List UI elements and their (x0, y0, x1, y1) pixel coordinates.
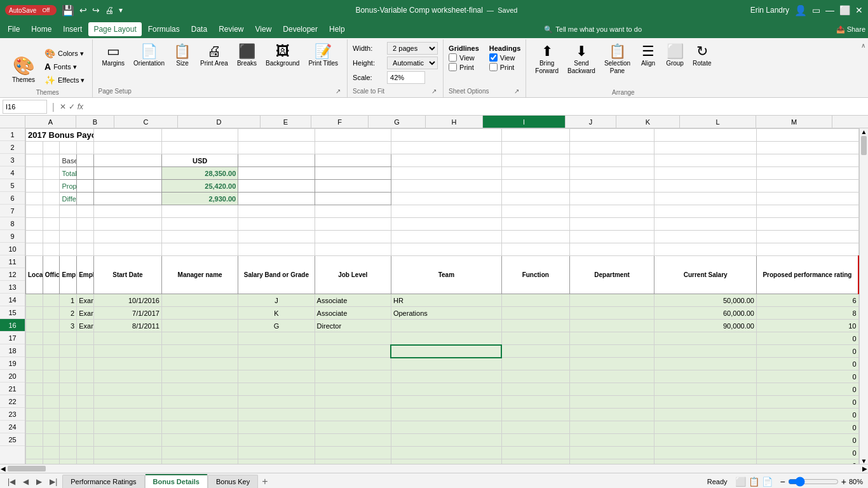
col-header-d[interactable]: D (178, 116, 261, 128)
menu-formulas[interactable]: Formulas (143, 22, 185, 36)
send-backward-button[interactable]: ⬇ SendBackward (564, 42, 599, 78)
col-header-rating[interactable]: Proposed performance rating (756, 256, 858, 294)
start-date-3[interactable]: 8/1/2011 (93, 320, 161, 332)
row-num-19[interactable]: 19 (0, 357, 25, 370)
col-header-b[interactable]: B (76, 116, 114, 128)
sheet-nav-first[interactable]: |◀ (5, 476, 18, 487)
zoom-out-button[interactable]: − (780, 477, 785, 487)
share-button[interactable]: 📤 Share (836, 25, 865, 34)
effects-button[interactable]: ✨ Effects ▾ (42, 74, 87, 86)
vertical-scrollbar[interactable]: ▲ ▼ (859, 128, 868, 464)
col-header-department[interactable]: Department (569, 256, 654, 294)
cancel-formula-icon[interactable]: ✕ (60, 102, 66, 111)
close-icon[interactable]: ✕ (855, 5, 863, 15)
sheet-nav-last[interactable]: ▶| (47, 476, 60, 487)
total-bonus-value[interactable]: 28,350.00 (161, 167, 238, 180)
account-icon[interactable]: 👤 (794, 4, 807, 17)
size-button[interactable]: 📋 Size (170, 42, 195, 70)
row-num-17[interactable]: 17 (0, 332, 25, 344)
row-num-14[interactable]: 14 (0, 294, 25, 306)
scroll-thumb-v[interactable] (861, 136, 867, 155)
proposed-bonus-label[interactable]: Proposed Bonus (60, 180, 77, 193)
headings-print-check[interactable] (489, 63, 498, 71)
proposed-bonus-value[interactable]: 25,420.00 (161, 180, 238, 193)
quick-print-icon[interactable]: 🖨 (105, 5, 114, 15)
salary-2[interactable]: 60,000.00 (654, 307, 756, 320)
grade-1[interactable]: J (238, 294, 315, 307)
emp-name-2[interactable]: Example #2 (77, 307, 94, 320)
scale-expand[interactable]: ↗ (430, 86, 438, 96)
team-1[interactable]: HR (391, 294, 501, 307)
total-bonus-label[interactable]: Total Bonus Pool (60, 167, 77, 180)
row-num-1[interactable]: 1 (0, 128, 25, 141)
selected-cell-i16[interactable] (391, 345, 501, 358)
ribbon-collapse-btn[interactable]: ∧ (861, 42, 865, 49)
emp-id-1[interactable]: 1 (60, 294, 77, 307)
add-sheet-button[interactable]: + (258, 476, 271, 487)
formula-input[interactable] (86, 100, 865, 114)
row-num-23[interactable]: 23 (0, 408, 25, 421)
row-num-18[interactable]: 18 (0, 344, 25, 357)
gridlines-print-check[interactable] (449, 63, 457, 71)
job-level-1[interactable]: Associate (315, 294, 391, 307)
row-num-22[interactable]: 22 (0, 395, 25, 408)
row-num-16[interactable]: 16 (0, 319, 25, 332)
row-num-12[interactable]: 12 (0, 268, 25, 281)
sheet-nav-next[interactable]: ▶ (34, 476, 44, 487)
ribbon-display-icon[interactable]: ▭ (812, 5, 820, 15)
emp-id-3[interactable]: 3 (60, 320, 77, 332)
menu-insert[interactable]: Insert (58, 22, 87, 36)
rating-1[interactable]: 6 (756, 294, 858, 307)
base-currency-label[interactable]: Base Currency (60, 154, 77, 167)
customize-icon[interactable]: ▾ (119, 6, 123, 15)
row-num-24[interactable]: 24 (0, 421, 25, 433)
page-layout-view-icon[interactable]: 📋 (749, 477, 759, 487)
col-header-e[interactable]: E (261, 116, 311, 128)
row-num-13[interactable]: 13 (0, 281, 25, 294)
rating-2[interactable]: 8 (756, 307, 858, 320)
bring-forward-button[interactable]: ⬆ BringForward (531, 42, 562, 78)
minimize-icon[interactable]: — (825, 5, 834, 15)
col-header-empid[interactable]: Employee ID or Number (60, 256, 77, 294)
menu-developer[interactable]: Developer (278, 22, 323, 36)
row-num-25[interactable]: 25 (0, 433, 25, 446)
height-select[interactable]: Automatic 1 page 2 pages (387, 57, 438, 69)
breaks-button[interactable]: ⬛ Breaks (233, 42, 261, 70)
col-header-l[interactable]: L (680, 116, 756, 128)
row-num-6[interactable]: 6 (0, 192, 25, 205)
margins-button[interactable]: ▭ Margins (98, 42, 128, 70)
fonts-button[interactable]: A Fonts ▾ (42, 60, 87, 73)
menu-data[interactable]: Data (186, 22, 212, 36)
scroll-up-arrow[interactable]: ▲ (860, 128, 868, 135)
search-bar[interactable]: 🔍 Tell me what you want to do (544, 25, 642, 34)
col-header-location[interactable]: Location (26, 256, 43, 294)
row-num-3[interactable]: 3 (0, 154, 25, 166)
menu-home[interactable]: Home (26, 22, 57, 36)
col-header-f[interactable]: F (311, 116, 369, 128)
menu-review[interactable]: Review (214, 22, 248, 36)
emp-name-3[interactable]: Example #3 (77, 320, 94, 332)
row-num-2[interactable]: 2 (0, 141, 25, 154)
title-cell[interactable]: 2017 Bonus Payouts (26, 129, 94, 142)
salary-1[interactable]: 50,000.00 (654, 294, 756, 307)
col-header-h[interactable]: H (426, 116, 483, 128)
scroll-right-arrow[interactable]: ▶ (862, 464, 868, 473)
confirm-formula-icon[interactable]: ✓ (69, 102, 75, 111)
sheet-tab-bonus-key[interactable]: Bonus Key (208, 475, 258, 488)
start-date-2[interactable]: 7/1/2017 (93, 307, 161, 320)
orientation-button[interactable]: 📄 Orientation (130, 42, 168, 70)
col-header-name[interactable]: Employee Name (77, 256, 94, 294)
cell-reference-input[interactable] (3, 100, 47, 114)
col-header-i[interactable]: I (483, 116, 566, 128)
zoom-in-button[interactable]: + (841, 477, 846, 487)
normal-view-icon[interactable]: ⬜ (735, 477, 746, 487)
background-button[interactable]: 🖼 Background (262, 42, 303, 70)
difference-label[interactable]: Difference: (60, 193, 77, 205)
sheet-tab-performance[interactable]: Performance Ratings (62, 475, 144, 488)
sheet-tab-bonus-details[interactable]: Bonus Details (145, 474, 208, 488)
headings-view-check[interactable] (489, 53, 498, 62)
start-date-1[interactable]: 10/1/2016 (93, 294, 161, 307)
sheet-options-expand[interactable]: ↗ (513, 86, 520, 96)
grade-3[interactable]: G (238, 320, 315, 332)
base-currency-value[interactable]: USD (161, 154, 238, 167)
